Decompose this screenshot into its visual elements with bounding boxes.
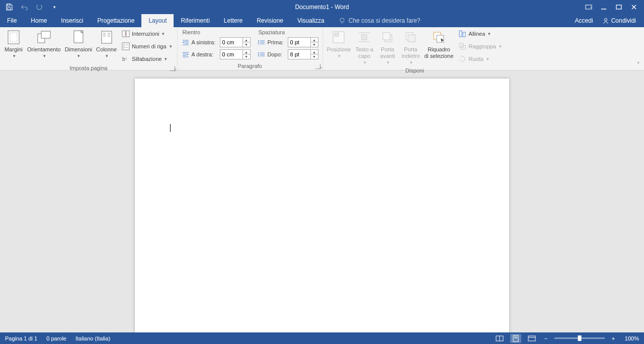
bring-forward-icon <box>379 29 395 45</box>
paragraph-launcher[interactable] <box>315 64 320 69</box>
rotate-icon <box>458 55 466 63</box>
spacing-after-icon <box>258 50 266 58</box>
document-page[interactable] <box>135 79 509 332</box>
zoom-level[interactable]: 100% <box>622 335 639 341</box>
position-button: Posizione▾ <box>325 28 353 60</box>
wrap-text-icon <box>356 29 372 45</box>
svg-rect-54 <box>459 31 462 37</box>
print-layout-icon[interactable] <box>510 334 521 343</box>
spin-down[interactable]: ▼ <box>243 54 250 59</box>
margins-button[interactable]: Margini▾ <box>2 28 25 60</box>
columns-button[interactable]: Colonne▾ <box>94 28 119 60</box>
share-button[interactable]: Condividi <box>600 17 638 24</box>
spacing-after-input[interactable]: ▲▼ <box>288 49 318 59</box>
group-paragraph: Rientro A sinistra: ▲▼ A destra: ▲▼ Spaz… <box>178 27 323 70</box>
window-title: Documento1 - Word <box>295 4 349 11</box>
spin-up[interactable]: ▲ <box>243 50 250 54</box>
selection-pane-button[interactable]: Riquadro di selezione <box>422 28 455 60</box>
svg-rect-44 <box>335 33 339 36</box>
sign-in-link[interactable]: Accedi <box>572 17 596 24</box>
indent-right-input[interactable]: ▲▼ <box>220 49 251 59</box>
breaks-icon <box>122 30 130 38</box>
svg-rect-5 <box>616 5 621 9</box>
svg-point-8 <box>604 19 607 21</box>
spacing-before-input[interactable]: ▲▼ <box>288 37 318 47</box>
tell-me-search[interactable]: Che cosa si desidera fare? <box>332 14 421 27</box>
orientation-button[interactable]: Orientamento▾ <box>25 28 63 60</box>
tell-me-placeholder: Che cosa si desidera fare? <box>349 17 421 24</box>
spacing-before-label: Prima: <box>268 39 286 45</box>
zoom-thumb[interactable] <box>578 335 582 341</box>
wrap-text-button: Testo a capo▾ <box>353 28 376 67</box>
tab-file[interactable]: File <box>0 14 24 27</box>
spin-up[interactable]: ▲ <box>311 50 318 54</box>
selection-pane-icon <box>431 29 447 45</box>
page-setup-launcher[interactable] <box>170 66 175 71</box>
line-numbers-button[interactable]: 12 Numeri di riga▾ <box>121 41 173 52</box>
group-button: Raggruppa▾ <box>457 41 502 52</box>
zoom-out-button[interactable]: − <box>542 335 549 341</box>
read-mode-icon[interactable] <box>494 334 505 343</box>
svg-rect-55 <box>463 32 465 37</box>
bring-forward-button: Porta avanti▾ <box>376 28 399 67</box>
zoom-in-button[interactable]: + <box>610 335 617 341</box>
spin-up[interactable]: ▲ <box>311 38 318 42</box>
svg-text:2: 2 <box>123 46 125 49</box>
status-word-count[interactable]: 0 parole <box>46 335 66 341</box>
title-bar: ▾ Documento1 - Word <box>0 0 644 14</box>
spacing-before-icon <box>258 38 266 46</box>
tab-progettazione[interactable]: Progettazione <box>90 14 141 27</box>
share-icon <box>602 17 609 24</box>
tab-inserisci[interactable]: Inserisci <box>54 14 90 27</box>
undo-icon[interactable] <box>20 3 28 11</box>
redo-icon[interactable] <box>35 3 43 11</box>
send-backward-button: Porta indietro▾ <box>399 28 422 67</box>
ribbon-display-icon[interactable] <box>582 1 596 13</box>
spin-down[interactable]: ▼ <box>243 42 250 47</box>
line-numbers-icon: 12 <box>122 42 130 50</box>
web-layout-icon[interactable] <box>526 334 537 343</box>
collapse-ribbon-icon[interactable]: ˄ <box>637 61 640 68</box>
tab-lettere[interactable]: Lettere <box>217 14 250 27</box>
tab-revisione[interactable]: Revisione <box>250 14 290 27</box>
indent-left-input[interactable]: ▲▼ <box>220 37 251 47</box>
close-button[interactable] <box>627 1 641 13</box>
save-icon[interactable] <box>5 3 13 11</box>
maximize-button[interactable] <box>612 1 626 13</box>
group-label-arrange: Disponi <box>406 67 424 74</box>
status-language[interactable]: Italiano (Italia) <box>75 335 110 341</box>
tab-home[interactable]: Home <box>24 14 54 27</box>
document-workspace[interactable] <box>0 71 644 332</box>
svg-rect-45 <box>362 35 367 40</box>
margins-icon <box>6 29 22 45</box>
tab-riferimenti[interactable]: Riferimenti <box>174 14 216 27</box>
orientation-icon <box>36 29 52 45</box>
tab-layout[interactable]: Layout <box>141 14 174 27</box>
svg-rect-60 <box>513 335 518 341</box>
indent-left-icon <box>182 38 190 46</box>
hyphenation-icon: bᶜ <box>122 55 130 63</box>
spin-down[interactable]: ▼ <box>311 54 318 59</box>
position-icon <box>331 29 347 45</box>
hyphenation-button[interactable]: bᶜ Sillabazione▾ <box>121 53 173 64</box>
svg-rect-21 <box>122 31 125 37</box>
breaks-button[interactable]: Interruzioni▾ <box>121 28 173 39</box>
qat-customize-icon[interactable]: ▾ <box>50 3 58 11</box>
size-button[interactable]: Dimensioni▾ <box>63 28 94 60</box>
lightbulb-icon <box>339 17 346 24</box>
zoom-slider[interactable] <box>554 337 605 339</box>
svg-text:bᶜ: bᶜ <box>122 56 127 62</box>
svg-rect-9 <box>8 31 19 44</box>
spin-down[interactable]: ▼ <box>311 42 318 47</box>
status-page[interactable]: Pagina 1 di 1 <box>5 335 37 341</box>
minimize-button[interactable] <box>597 1 611 13</box>
group-label-paragraph: Paragrafo <box>237 63 262 69</box>
ribbon-tabs: File Home Inserisci Progettazione Layout… <box>0 14 644 27</box>
spin-up[interactable]: ▲ <box>243 38 250 42</box>
align-button[interactable]: Allinea▾ <box>457 28 502 39</box>
window-controls <box>582 1 644 13</box>
svg-point-6 <box>340 18 344 22</box>
tab-visualizza[interactable]: Visualizza <box>290 14 332 27</box>
svg-rect-1 <box>8 8 11 10</box>
group-icon <box>458 42 466 50</box>
